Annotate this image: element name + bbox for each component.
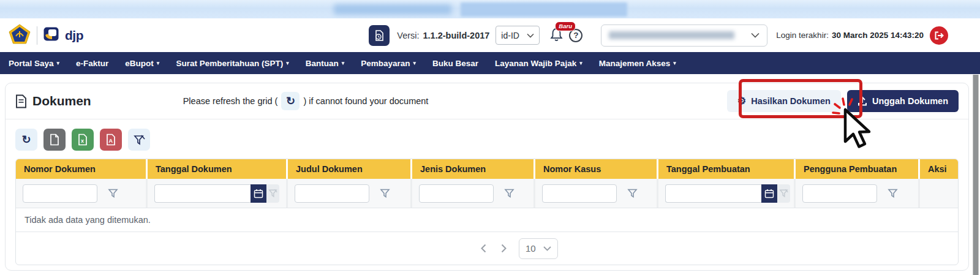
panel-divider — [6, 119, 968, 119]
language-select[interactable]: id-ID — [496, 26, 540, 45]
nav-item-manajemen-akses[interactable]: Manajemen Akses▾ — [599, 59, 676, 68]
version-label: Versi: — [397, 31, 419, 40]
upload-icon — [858, 96, 867, 106]
date-filter-tanggal-pembuatan — [665, 184, 790, 203]
nav-item-spt[interactable]: Surat Pemberitahuan (SPT)▾ — [176, 59, 288, 68]
column-header-tanggal-pembuatan[interactable]: Tanggal Pembuatan — [658, 159, 796, 179]
filter-input-jenis-dokumen[interactable] — [419, 184, 494, 203]
nav-item-ebupot[interactable]: eBupot▾ — [125, 59, 159, 68]
djp-logo-text: djp — [65, 28, 83, 43]
filter-input-nomor-dokumen[interactable] — [23, 184, 97, 203]
funnel-icon — [108, 188, 118, 198]
grid-filter-row — [16, 179, 959, 208]
logout-icon — [933, 30, 944, 41]
filter-off-icon — [133, 134, 145, 146]
file-excel-icon: x — [77, 134, 88, 146]
column-header-nomor-kasus[interactable]: Nomor Kasus — [535, 159, 658, 179]
page-title: Dokumen — [32, 94, 91, 108]
logout-button[interactable] — [930, 26, 948, 45]
funnel-icon — [888, 188, 898, 198]
document-icon — [15, 94, 27, 108]
nav-item-layanan-wajib-pajak[interactable]: Layanan Wajib Pajak▾ — [495, 59, 582, 68]
column-header-tanggal-dokumen[interactable]: Tanggal Dokumen — [148, 159, 288, 179]
filter-menu-button[interactable] — [108, 188, 118, 198]
filter-input-tanggal-pembuatan[interactable] — [665, 184, 761, 203]
generate-document-button[interactable]: ⚙ Hasilkan Dokumen — [727, 90, 841, 112]
next-page-button[interactable] — [499, 241, 509, 255]
file-icon — [49, 134, 60, 146]
file-clock-icon — [373, 29, 385, 42]
column-header-judul-dokumen[interactable]: Judul Dokumen — [288, 159, 412, 179]
nav-item-e-faktur[interactable]: e-Faktur — [76, 59, 108, 68]
notifications-button[interactable]: Baru — [549, 27, 564, 44]
filter-input-pengguna-pembuatan[interactable] — [802, 184, 877, 203]
previous-page-button[interactable] — [478, 241, 489, 255]
column-header-nomor-dokumen[interactable]: Nomor Dokumen — [16, 159, 148, 179]
last-login-info: Login terakhir: 30 March 2025 14:43:20 — [776, 31, 924, 40]
refresh-grid-button[interactable]: ↻ — [15, 129, 37, 151]
calendar-button[interactable] — [251, 184, 266, 203]
nav-item-buku-besar[interactable]: Buku Besar — [432, 59, 478, 68]
brand-logos[interactable]: djp — [9, 24, 83, 47]
nav-item-bantuan[interactable]: Bantuan▾ — [306, 59, 345, 68]
chevron-down-icon — [527, 33, 534, 38]
chevron-down-icon: ▾ — [673, 60, 676, 66]
last-login-label: Login terakhir: — [776, 31, 829, 40]
filter-menu-button[interactable] — [888, 188, 898, 198]
date-filter-tanggal-dokumen — [154, 184, 279, 203]
export-file-button[interactable] — [43, 129, 66, 151]
page-size-value: 10 — [526, 243, 536, 254]
export-excel-button[interactable]: x — [72, 129, 94, 151]
language-selected-value: id-ID — [501, 31, 519, 40]
panel-actions: ⚙ Hasilkan Dokumen Unggah Dokumen — [727, 90, 959, 112]
filter-input-judul-dokumen[interactable] — [295, 184, 369, 203]
scrollbar-thumb[interactable] — [973, 75, 979, 275]
file-pdf-icon: A — [105, 134, 116, 146]
nav-item-pembayaran[interactable]: Pembayaran▾ — [361, 59, 416, 68]
main-nav: Portal Saya▾ e-Faktur eBupot▾ Surat Pemb… — [0, 52, 980, 74]
version-value: 1.1.2-build-2017 — [423, 31, 490, 40]
funnel-icon — [380, 188, 390, 198]
filter-input-tanggal-dokumen[interactable] — [154, 184, 251, 203]
brand-divider — [37, 26, 37, 45]
chevron-down-icon: ▾ — [157, 60, 160, 66]
chevron-down-icon — [543, 246, 551, 251]
page-size-select[interactable]: 10 — [519, 238, 558, 259]
column-header-pengguna-pembuatan[interactable]: Pengguna Pembuatan — [796, 159, 920, 179]
redacted-banner-box — [461, 2, 627, 17]
filter-menu-button[interactable] — [627, 188, 638, 198]
funnel-off-icon — [779, 189, 788, 198]
clear-filters-button[interactable] — [128, 129, 150, 151]
chevron-down-icon: ▾ — [286, 60, 289, 66]
calendar-icon — [764, 189, 774, 198]
calendar-button[interactable] — [761, 184, 777, 203]
filter-input-nomor-kasus[interactable] — [542, 184, 617, 203]
funnel-icon — [627, 188, 638, 198]
column-header-jenis-dokumen[interactable]: Jenis Dokumen — [412, 159, 535, 179]
panel-header: Dokumen Please refresh the grid ( ↻ ) if… — [15, 83, 959, 119]
vertical-scrollbar — [973, 75, 979, 275]
export-pdf-button[interactable]: A — [100, 129, 122, 151]
upload-document-button[interactable]: Unggah Dokumen — [847, 90, 959, 112]
funnel-off-icon — [268, 189, 277, 198]
filter-menu-button[interactable] — [380, 188, 390, 198]
column-header-aksi[interactable]: Aksi — [920, 159, 959, 179]
refresh-icon: ↻ — [21, 134, 31, 145]
empty-message: Tidak ada data yang ditemukan. — [16, 208, 958, 232]
calendar-icon — [254, 189, 263, 198]
filter-menu-button[interactable] — [504, 188, 514, 198]
clear-date-filter-button[interactable] — [266, 184, 279, 203]
gear-icon: ⚙ — [737, 96, 746, 106]
user-account-select[interactable] — [601, 24, 767, 47]
version-history-button[interactable] — [369, 25, 390, 46]
grid-header-row: Nomor Dokumen Tanggal Dokumen Judul Doku… — [16, 159, 959, 179]
chevron-right-icon — [501, 244, 507, 253]
svg-text:x: x — [81, 138, 84, 144]
nav-item-portal-saya[interactable]: Portal Saya▾ — [9, 59, 59, 68]
clear-date-filter-button[interactable] — [777, 184, 790, 203]
refresh-hint-chip[interactable]: ↻ — [281, 92, 300, 110]
redacted-banner-text — [334, 4, 451, 15]
question-mark-icon: ? — [573, 31, 578, 40]
redacted-user-name — [609, 31, 734, 39]
version-cluster: Versi: 1.1.2-build-2017 id-ID Baru ? — [369, 25, 582, 46]
